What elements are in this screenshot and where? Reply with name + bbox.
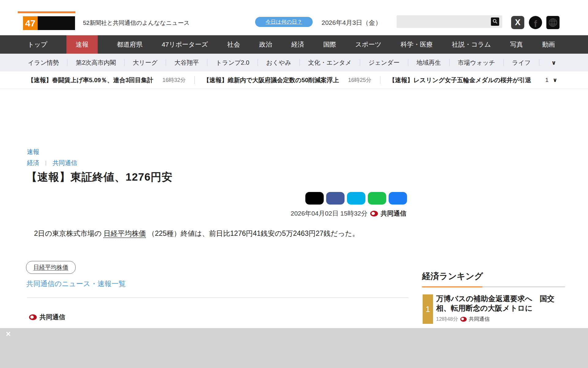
subnav-item-market-watch[interactable]: 市場ウォッチ — [450, 59, 504, 66]
subnav-item-life[interactable]: ライフ — [504, 59, 539, 66]
kyodo-logo-icon — [29, 314, 37, 320]
ticker-item-2-title[interactable]: 【速報】維新内で大阪府議会定数の50削減案浮上 — [203, 76, 339, 84]
nav-item-sokuho[interactable]: 速報 — [66, 35, 98, 54]
subnav-chevron-down-icon[interactable]: ∨ — [552, 59, 556, 66]
nav-item-international[interactable]: 国際 — [323, 35, 336, 54]
article-title: 【速報】東証終値、1276円安 — [26, 170, 173, 184]
x-share-button[interactable] — [305, 192, 324, 205]
economy-ranking-heading: 経済ランキング — [422, 270, 483, 282]
article-source-footer[interactable]: 共同通信 — [29, 313, 65, 321]
globe-icon — [548, 17, 558, 28]
ticker-item-3-title[interactable]: 【速報】レスリング女子五輪金メダルの桜井が引退 — [389, 76, 531, 84]
published-datetime: 2026年04月02日 15時32分 — [291, 209, 368, 218]
page: 47 52新聞社と共同通信のよんななニュース 今日は何の日？ 2026年4月3日… — [0, 0, 588, 368]
kyodo-logo-icon — [370, 211, 378, 217]
nav-item-science-medical[interactable]: 科学・医療 — [401, 35, 433, 54]
ticker-item-1-title[interactable]: 【速報】春闘賃上げ率5.09％、連合3回目集計 — [28, 76, 153, 84]
breadcrumb-source[interactable]: 共同通信 — [53, 159, 77, 167]
x-logo-glyph: X — [515, 18, 520, 27]
nav-item-video[interactable]: 動画 — [542, 35, 555, 54]
kyodo-news-list-link[interactable]: 共同通信のニュース・速報一覧 — [26, 279, 126, 289]
published-row: 2026年04月02日 15時32分 共同通信 — [291, 209, 406, 218]
subnav-item-mlb[interactable]: 大リーグ — [125, 59, 166, 66]
logo-accent-bar — [18, 11, 75, 13]
header-date: 2026年4月3日（金） — [322, 18, 382, 27]
subnav-item-iran[interactable]: イラン情勢 — [20, 59, 67, 66]
site-logo[interactable]: 47 — [23, 16, 75, 30]
published-source[interactable]: 共同通信 — [381, 209, 406, 218]
facebook-social-icon[interactable]: f — [529, 16, 542, 29]
ticker-chevron-down-icon[interactable]: ∨ — [553, 77, 557, 83]
ranking-item-meta: 12時48分 共同通信 — [436, 316, 565, 323]
facebook-share-button[interactable] — [326, 192, 345, 205]
divider-orange-segment — [422, 286, 482, 287]
nav-item-sports[interactable]: スポーツ — [355, 35, 381, 54]
search-box — [397, 15, 502, 28]
subnav-item-gender[interactable]: ジェンダー — [360, 59, 408, 66]
nav-item-politics[interactable]: 政治 — [259, 35, 272, 54]
ranking-item-1[interactable]: 1 万博バスの補助金返還要求へ 国交相、転用断念の大阪メトロに 12時48分 共… — [423, 294, 565, 323]
search-icon — [492, 19, 498, 25]
nav-item-photo[interactable]: 写真 — [510, 35, 523, 54]
facebook-logo-glyph: f — [534, 19, 537, 29]
share-button-row — [305, 192, 407, 205]
ticker-divider — [194, 76, 195, 84]
keyword-link-nikkei[interactable]: 日経平均株価 — [104, 229, 146, 237]
body-text-before: 2日の東京株式市場の — [27, 229, 104, 237]
source-name: 共同通信 — [40, 313, 65, 321]
article-divider — [27, 297, 408, 298]
breadcrumb-category[interactable]: 経済 — [27, 159, 39, 167]
today-is-what-day-button[interactable]: 今日は何の日？ — [255, 17, 313, 27]
nav-item-editorial-column[interactable]: 社説・コラム — [452, 35, 491, 54]
nav-item-society[interactable]: 社会 — [227, 35, 240, 54]
bottom-ad-bar: × — [0, 328, 588, 368]
ticker-count: 1 — [545, 77, 549, 83]
logo-47-badge: 47 — [23, 16, 38, 30]
nav-item-economy[interactable]: 経済 — [291, 35, 304, 54]
logo-news-box — [38, 16, 75, 30]
messenger-share-button[interactable] — [389, 192, 407, 205]
line-share-button[interactable] — [368, 192, 386, 205]
x-social-icon[interactable]: X — [511, 16, 524, 29]
ranking-item-title[interactable]: 万博バスの補助金返還要求へ 国交相、転用断念の大阪メトロに — [436, 294, 565, 313]
subnav-item-regional[interactable]: 地域再生 — [408, 59, 450, 66]
breadcrumb-separator: ｜ — [43, 160, 48, 166]
search-input[interactable] — [397, 15, 490, 28]
nav-item-47reporters[interactable]: 47リポーターズ — [162, 35, 208, 54]
nav-item-prefectures[interactable]: 都道府県 — [117, 35, 143, 54]
ranking-item-time: 12時48分 — [436, 316, 458, 323]
ranking-item-source: 共同通信 — [469, 316, 490, 323]
nav-item-top[interactable]: トップ — [28, 35, 47, 54]
main-nav: トップ 速報 都道府県 47リポーターズ 社会 政治 経済 国際 スポーツ 科学… — [0, 35, 588, 54]
tag-nikkei-button[interactable]: 日経平均株価 — [26, 261, 76, 274]
site-tagline: 52新聞社と共同通信のよんななニュース — [83, 19, 190, 27]
globe-social-icon[interactable] — [546, 16, 560, 29]
subnav-item-ohtani[interactable]: 大谷翔平 — [166, 59, 207, 66]
body-text-after: （225種）終値は、前日比1276円41銭安の5万2463円27銭だった。 — [146, 229, 359, 237]
subnav-item-culture[interactable]: 文化・エンタメ — [300, 59, 360, 66]
breadcrumb-sokuho[interactable]: 速報 — [27, 148, 39, 156]
close-icon[interactable]: × — [4, 329, 13, 339]
article-body: 2日の東京株式市場の 日経平均株価 （225種）終値は、前日比1276円41銭安… — [27, 227, 410, 240]
rank-number-badge: 1 — [423, 294, 433, 324]
breadcrumb: 経済 ｜ 共同通信 — [27, 159, 77, 167]
topic-subnav: イラン情勢 第2次高市内閣 大リーグ 大谷翔平 トランプ2.0 おくやみ 文化・… — [0, 54, 588, 71]
ticker-divider — [380, 76, 380, 84]
ranking-heading-divider — [422, 286, 565, 287]
breaking-news-ticker: 【速報】春闘賃上げ率5.09％、連合3回目集計 16時32分 【速報】維新内で大… — [0, 71, 588, 89]
subnav-item-obituary[interactable]: おくやみ — [258, 59, 300, 66]
twitter-share-button[interactable] — [347, 192, 365, 205]
subnav-item-trump[interactable]: トランプ2.0 — [207, 59, 258, 66]
ticker-item-2-time: 16時25分 — [348, 76, 371, 84]
search-button[interactable] — [491, 17, 499, 26]
tag-label: 日経平均株価 — [33, 264, 68, 270]
divider-gray-segment — [482, 287, 565, 287]
ticker-item-1-time: 16時32分 — [163, 76, 186, 84]
kyodo-logo-icon — [460, 317, 467, 322]
subnav-item-cabinet[interactable]: 第2次高市内閣 — [67, 59, 124, 66]
